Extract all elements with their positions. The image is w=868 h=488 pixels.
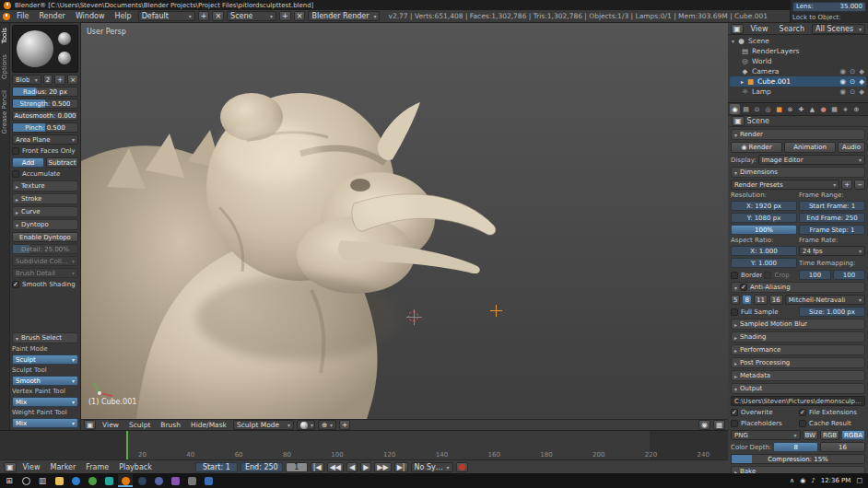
store-icon[interactable] (101, 474, 116, 487)
panel-texture[interactable]: Texture (12, 180, 78, 192)
lens-field[interactable]: Lens:35.000 (792, 2, 866, 12)
aa-samples-16[interactable]: 16 (769, 295, 783, 305)
outliner-menu-view[interactable]: View (747, 25, 772, 33)
tab-object-icon[interactable]: ■ (774, 104, 784, 114)
crop-checkbox[interactable]: Crop (764, 271, 789, 280)
brush-thumbnail-icon[interactable] (17, 30, 53, 67)
outliner-item-world[interactable]: ◎World (730, 56, 866, 66)
mail-icon[interactable] (201, 474, 216, 487)
resolution-x-field[interactable]: X: 1920 px (731, 201, 797, 211)
tab-physics-icon[interactable]: ⊕ (851, 104, 862, 114)
compression-slider[interactable]: Compression: 15% (731, 454, 865, 464)
render-engine-selector[interactable]: Blender Render (308, 11, 380, 21)
cortana-icon[interactable] (18, 474, 33, 487)
start-frame-field[interactable]: Start Frame: 1 (799, 201, 865, 211)
selectable-icon[interactable]: ⊙ (850, 67, 855, 76)
hide-icon[interactable]: ◉ (839, 77, 846, 86)
sculpt-mesh[interactable] (81, 23, 728, 419)
tab-world-icon[interactable]: ◎ (763, 104, 773, 114)
end-frame-field[interactable]: End Frame: 250 (799, 213, 865, 223)
menu-file[interactable]: File (13, 12, 32, 20)
chrome-icon[interactable] (85, 474, 100, 487)
dyntopo-detail-mode-selector[interactable]: Brush Detail (12, 268, 78, 278)
render-presets-selector[interactable]: Render Presets (731, 180, 839, 190)
outliner-item-cube[interactable]: ▸■Cube.001 ◉⊙◆ (730, 76, 866, 87)
current-frame-line[interactable] (126, 431, 128, 459)
file-format-selector[interactable]: PNG (731, 430, 801, 440)
play-reverse-button[interactable]: ◀ (346, 462, 358, 472)
remap-old-field[interactable]: 100 (799, 270, 831, 280)
aa-filter-selector[interactable]: Mitchell-Netravali (785, 295, 865, 305)
render-display-selector[interactable]: Image Editor (758, 155, 865, 165)
viewport-menu-view[interactable]: View (99, 421, 123, 429)
3d-cursor[interactable] (408, 311, 418, 321)
timeline-menu-view[interactable]: View (19, 463, 44, 471)
cache-result-checkbox[interactable]: Cache Result (799, 419, 865, 428)
frame-rate-selector[interactable]: 24 fps (799, 246, 865, 256)
brush-add-button[interactable]: + (54, 75, 65, 85)
aa-samples-11[interactable]: 11 (754, 295, 768, 305)
rgba-button[interactable]: RGBA (841, 430, 865, 440)
panel-dimensions[interactable]: Dimensions (731, 167, 865, 178)
outliner-item-scene[interactable]: ▾●Scene (730, 36, 866, 46)
menu-render[interactable]: Render (35, 12, 68, 20)
panel-curve[interactable]: Curve (12, 206, 78, 217)
tab-tools[interactable]: Tools (1, 26, 8, 45)
enable-dyntopo-button[interactable]: Enable Dyntopo (12, 232, 78, 242)
viewport-menu-sculpt[interactable]: Sculpt (125, 421, 154, 429)
panel-stroke[interactable]: Stroke (12, 193, 78, 204)
aa-filter-size-field[interactable]: Size: 1.000 px (799, 307, 865, 317)
aa-samples-8[interactable]: 8 (742, 295, 751, 305)
brush-thumbnail-icon[interactable] (58, 52, 71, 64)
tab-options[interactable]: Options (1, 52, 8, 81)
task-view-icon[interactable]: ▥ (35, 474, 50, 487)
sculpt-tool-selector[interactable]: Smooth (12, 376, 78, 386)
full-sample-checkbox[interactable]: Full Sample (731, 308, 797, 317)
panel-post-processing[interactable]: Post Processing (731, 357, 865, 368)
radius-slider[interactable]: Radius: 20 px (12, 87, 78, 97)
edge-icon[interactable] (68, 474, 83, 487)
panel-dyntopo[interactable]: Dyntopo (12, 219, 78, 230)
add-preset-button[interactable]: + (841, 180, 852, 190)
brush-unlink-button[interactable]: × (67, 75, 78, 85)
resolution-y-field[interactable]: Y: 1080 px (731, 213, 797, 223)
steam-icon[interactable] (135, 474, 149, 487)
discord-icon[interactable] (151, 474, 166, 487)
strength-slider[interactable]: Strength: 0.500 (12, 99, 78, 109)
menu-window[interactable]: Window (72, 12, 109, 20)
outliner-item-renderlayers[interactable]: ▤RenderLayers (730, 46, 866, 56)
panel-anti-aliasing[interactable]: Anti-Aliasing (731, 282, 865, 293)
mode-selector[interactable]: Sculpt Mode (233, 420, 294, 430)
front-faces-only-checkbox[interactable]: Front Faces Only (12, 146, 78, 156)
jump-to-start-button[interactable]: |◀ (311, 462, 324, 472)
operator-panel-brush-select[interactable]: Brush Select (12, 332, 78, 343)
timeline-menu-playback[interactable]: Playback (115, 463, 156, 471)
file-explorer-icon[interactable] (52, 474, 66, 487)
menu-help[interactable]: Help (111, 12, 135, 20)
add-scene-button[interactable]: + (279, 11, 291, 21)
animation-button[interactable]: Animation (784, 142, 836, 153)
vertex-paint-tool-selector[interactable]: Mix (12, 397, 78, 407)
selectable-icon[interactable]: ⊙ (850, 77, 855, 86)
current-frame-field[interactable]: 1 (286, 462, 308, 472)
render-restrict-icon[interactable]: ◆ (859, 67, 864, 76)
tab-particles-icon[interactable]: ∗ (840, 104, 850, 114)
subtract-mode-button[interactable]: Subtract (46, 157, 78, 168)
border-checkbox[interactable]: Border (731, 271, 762, 280)
end-frame-field[interactable]: End: 250 (240, 462, 283, 472)
sync-mode-selector[interactable]: No Sync (411, 462, 453, 472)
tray-expand-icon[interactable]: ∧ (790, 477, 794, 484)
depth-8-button[interactable]: 8 (773, 442, 818, 452)
pivot-point-selector[interactable]: ⊕ (318, 420, 336, 430)
clock[interactable]: 12:36 PM (821, 477, 851, 484)
tab-render-icon[interactable]: ◉ (730, 104, 740, 114)
aa-samples-5[interactable]: 5 (731, 295, 740, 305)
viewport-shading-selector[interactable] (297, 420, 315, 430)
viewport-menu-brush[interactable]: Brush (157, 421, 184, 429)
panel-output[interactable]: Output (731, 383, 865, 394)
record-button[interactable] (456, 462, 468, 472)
dyntopo-method-selector[interactable]: Subdivide Collapse (12, 256, 78, 266)
jump-to-end-button[interactable]: ▶| (394, 462, 408, 472)
tab-material-icon[interactable]: ● (818, 104, 828, 114)
editor-type-selector[interactable]: ▣ (84, 420, 96, 430)
